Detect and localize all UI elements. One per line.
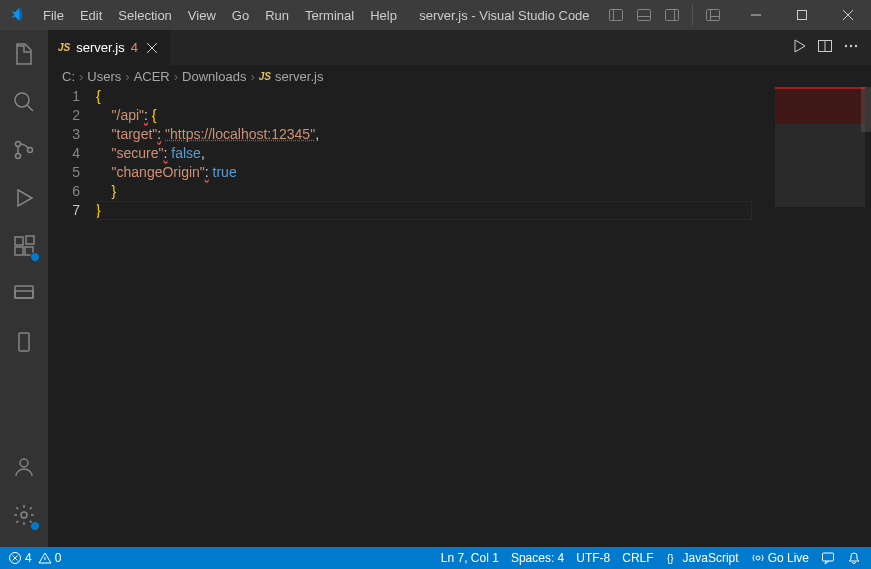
minimize-button[interactable] <box>733 0 779 30</box>
vscode-logo-icon <box>0 7 35 23</box>
split-editor-icon[interactable] <box>817 38 833 57</box>
tab-problems-badge: 4 <box>131 40 138 55</box>
menu-edit[interactable]: Edit <box>72 0 110 30</box>
svg-rect-21 <box>26 236 34 244</box>
toggle-panel-icon[interactable] <box>632 5 656 25</box>
line-number-gutter: 1 2 3 4 5 6 7 <box>48 87 96 547</box>
status-warnings[interactable]: 0 <box>38 551 62 565</box>
svg-rect-10 <box>798 11 807 20</box>
svg-line-14 <box>27 105 33 111</box>
activity-bar <box>0 30 48 547</box>
search-icon[interactable] <box>0 78 48 126</box>
svg-rect-22 <box>15 286 33 298</box>
status-bell-icon[interactable] <box>847 551 861 565</box>
svg-point-15 <box>16 142 21 147</box>
toggle-primary-sidebar-icon[interactable] <box>604 5 628 25</box>
svg-rect-2 <box>638 10 651 21</box>
status-indentation[interactable]: Spaces: 4 <box>511 551 564 565</box>
svg-point-26 <box>20 459 28 467</box>
svg-rect-0 <box>610 10 623 21</box>
menu-selection[interactable]: Selection <box>110 0 179 30</box>
status-line-col[interactable]: Ln 7, Col 1 <box>441 551 499 565</box>
svg-point-13 <box>15 93 29 107</box>
svg-point-40 <box>756 556 760 560</box>
tab-bar: JS server.js 4 <box>48 30 871 65</box>
svg-point-16 <box>16 154 21 159</box>
status-eol[interactable]: CRLF <box>622 551 653 565</box>
extensions-icon[interactable] <box>0 222 48 270</box>
svg-point-33 <box>850 45 852 47</box>
menu-go[interactable]: Go <box>224 0 257 30</box>
status-encoding[interactable]: UTF-8 <box>576 551 610 565</box>
svg-rect-41 <box>823 553 834 561</box>
close-button[interactable] <box>825 0 871 30</box>
file-js-icon: JS <box>58 42 70 53</box>
bc-drive[interactable]: C: <box>62 69 75 84</box>
customize-layout-icon[interactable] <box>701 5 725 25</box>
editor-body[interactable]: 1 2 3 4 5 6 7 { "/api": { "target": "htt… <box>48 87 871 547</box>
window-controls <box>733 0 871 30</box>
source-control-icon[interactable] <box>0 126 48 174</box>
bc-downloads[interactable]: Downloads <box>182 69 246 84</box>
scrollbar-thumb[interactable] <box>861 87 871 132</box>
bc-users[interactable]: Users <box>87 69 121 84</box>
remote-explorer-icon[interactable] <box>0 270 48 318</box>
editor-area: JS server.js 4 C:› Users› ACER› Download… <box>48 30 871 547</box>
tab-label: server.js <box>76 40 124 55</box>
run-file-icon[interactable] <box>791 38 807 57</box>
tab-server-js[interactable]: JS server.js 4 <box>48 30 171 65</box>
bc-file[interactable]: JS server.js <box>259 69 324 84</box>
svg-rect-24 <box>19 333 29 351</box>
toggle-secondary-sidebar-icon[interactable] <box>660 5 684 25</box>
breadcrumbs[interactable]: C:› Users› ACER› Downloads› JS server.js <box>48 65 871 87</box>
status-go-live[interactable]: Go Live <box>751 551 809 565</box>
status-errors[interactable]: 4 <box>8 551 32 565</box>
bc-acer[interactable]: ACER <box>134 69 170 84</box>
settings-gear-icon[interactable] <box>0 491 48 539</box>
svg-point-17 <box>28 148 33 153</box>
svg-point-27 <box>21 512 27 518</box>
menu-file[interactable]: File <box>35 0 72 30</box>
run-debug-icon[interactable] <box>0 174 48 222</box>
titlebar: File Edit Selection View Go Run Terminal… <box>0 0 871 30</box>
more-actions-icon[interactable] <box>843 38 859 57</box>
code-content[interactable]: { "/api": { "target": "https://localhost… <box>96 87 871 547</box>
menubar: File Edit Selection View Go Run Terminal… <box>35 0 405 30</box>
explorer-icon[interactable] <box>0 30 48 78</box>
svg-rect-23 <box>15 291 33 298</box>
menu-run[interactable]: Run <box>257 0 297 30</box>
device-icon[interactable] <box>0 318 48 366</box>
svg-rect-6 <box>707 10 720 21</box>
tab-close-icon[interactable] <box>144 40 160 56</box>
svg-point-32 <box>845 45 847 47</box>
menu-view[interactable]: View <box>180 0 224 30</box>
svg-text:{}: {} <box>667 553 674 564</box>
svg-rect-18 <box>15 237 23 245</box>
svg-point-34 <box>855 45 857 47</box>
menu-terminal[interactable]: Terminal <box>297 0 362 30</box>
svg-rect-4 <box>666 10 679 21</box>
statusbar: 4 0 Ln 7, Col 1 Spaces: 4 UTF-8 CRLF {}J… <box>0 547 871 569</box>
menu-help[interactable]: Help <box>362 0 405 30</box>
svg-rect-19 <box>15 247 23 255</box>
accounts-icon[interactable] <box>0 443 48 491</box>
status-feedback-icon[interactable] <box>821 551 835 565</box>
layout-controls <box>604 5 733 25</box>
maximize-button[interactable] <box>779 0 825 30</box>
minimap[interactable] <box>775 87 865 207</box>
window-title: server.js - Visual Studio Code <box>405 8 604 23</box>
status-language[interactable]: {}JavaScript <box>666 551 739 565</box>
